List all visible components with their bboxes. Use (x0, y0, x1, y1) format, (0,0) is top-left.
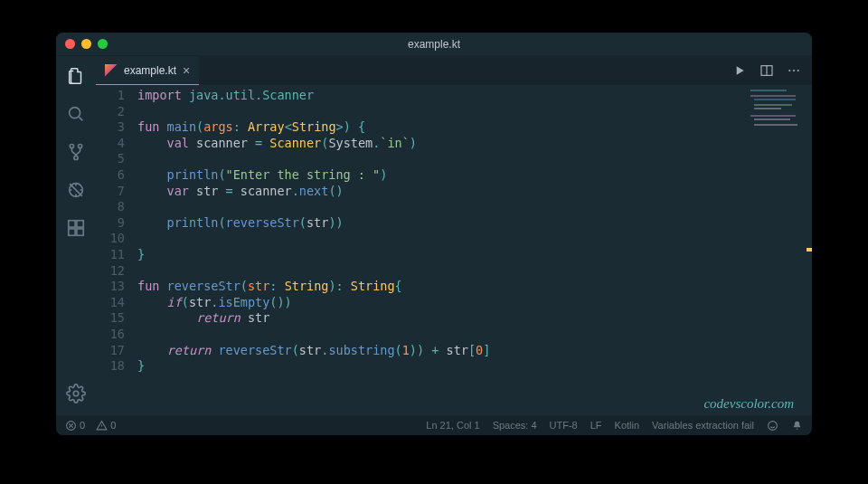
status-language[interactable]: Kotlin (615, 420, 640, 431)
maximize-window-button[interactable] (98, 39, 108, 49)
svg-rect-6 (69, 229, 75, 235)
window-body: example.kt × 123456789101112131415161718… (56, 56, 812, 415)
svg-point-3 (74, 156, 78, 159)
line-number-gutter: 123456789101112131415161718 (96, 85, 137, 415)
svg-point-15 (769, 421, 778, 430)
svg-point-12 (793, 70, 795, 71)
svg-rect-8 (77, 221, 83, 227)
code-content[interactable]: import java.util.Scannerfun main(args: A… (137, 85, 812, 415)
svg-rect-7 (77, 229, 83, 235)
status-warnings[interactable]: 0 (96, 420, 116, 432)
search-icon[interactable] (63, 101, 89, 127)
status-indent[interactable]: Spaces: 4 (493, 420, 537, 431)
activity-bar (56, 56, 96, 415)
status-errors[interactable]: 0 (65, 420, 85, 432)
svg-point-0 (70, 108, 80, 119)
settings-gear-icon[interactable] (63, 381, 89, 406)
split-editor-icon[interactable] (760, 63, 774, 78)
svg-point-11 (788, 70, 790, 71)
status-message[interactable]: Variables extraction fail (652, 420, 754, 431)
status-bar: 0 0 Ln 21, Col 1 Spaces: 4 UTF-8 LF Kotl… (56, 415, 812, 435)
traffic-lights (65, 39, 108, 49)
svg-rect-5 (69, 221, 75, 227)
titlebar: example.kt (56, 33, 812, 56)
status-cursor[interactable]: Ln 21, Col 1 (426, 420, 479, 431)
status-encoding[interactable]: UTF-8 (550, 420, 578, 431)
minimize-window-button[interactable] (81, 39, 91, 49)
editor-window: example.kt (56, 33, 812, 435)
explorer-icon[interactable] (63, 63, 89, 89)
tab-bar: example.kt × (96, 56, 812, 85)
window-title: example.kt (56, 38, 812, 51)
code-editor[interactable]: 123456789101112131415161718 import java.… (96, 85, 812, 415)
tab-close-icon[interactable]: × (183, 63, 190, 78)
close-window-button[interactable] (65, 39, 75, 49)
tab-label: example.kt (124, 64, 176, 77)
editor-area: example.kt × 123456789101112131415161718… (96, 56, 812, 415)
svg-point-1 (70, 144, 73, 147)
svg-point-9 (73, 391, 79, 396)
kotlin-file-icon (105, 64, 118, 77)
svg-point-2 (78, 144, 81, 147)
tab-example-kt[interactable]: example.kt × (96, 56, 199, 85)
run-icon[interactable] (732, 63, 747, 78)
notifications-bell-icon[interactable] (791, 420, 803, 432)
editor-actions (732, 56, 812, 85)
extensions-icon[interactable] (63, 215, 89, 241)
svg-point-13 (797, 70, 799, 71)
feedback-smiley-icon[interactable] (767, 420, 778, 432)
source-control-icon[interactable] (63, 139, 89, 165)
status-eol[interactable]: LF (590, 420, 602, 431)
debug-icon[interactable] (63, 177, 89, 203)
more-actions-icon[interactable] (787, 63, 801, 78)
